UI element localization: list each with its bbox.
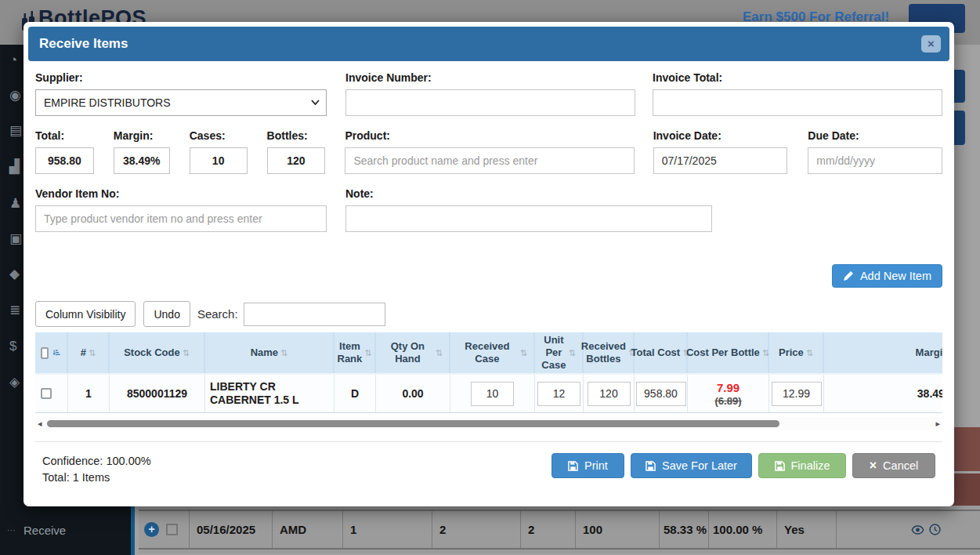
col-header-num[interactable]: #⇅	[68, 332, 110, 373]
sort-amount-icon[interactable]	[53, 347, 60, 358]
col-header-received-case[interactable]: Received Case⇅	[450, 332, 535, 373]
horizontal-scrollbar: ◂ ▸	[35, 417, 942, 430]
row-checkbox[interactable]	[41, 388, 52, 399]
invoice-total-input[interactable]	[653, 89, 942, 116]
bg-cell-value: 100	[576, 511, 660, 548]
bg-cell-value: 2	[521, 511, 576, 548]
table-header-row: #⇅ Stock Code⇅ Name⇅ Item Rank⇅ Qty On H…	[35, 332, 942, 373]
items-table: #⇅ Stock Code⇅ Name⇅ Item Rank⇅ Qty On H…	[35, 332, 942, 413]
save-for-later-label: Save For Later	[662, 459, 737, 472]
note-input[interactable]	[345, 205, 712, 232]
modal-title: Receive Items	[39, 36, 128, 52]
sort-icon: ⇅	[364, 346, 371, 359]
history-clock-icon[interactable]	[929, 524, 941, 535]
col-header-stock-code[interactable]: Stock Code⇅	[110, 332, 205, 373]
modal-header: Receive Items ×	[28, 27, 949, 61]
modal-body: Supplier: EMPIRE DISTRIBUTORS Invoice Nu…	[28, 61, 949, 486]
invoice-number-label: Invoice Number:	[345, 71, 635, 84]
select-all-checkbox[interactable]	[41, 347, 49, 359]
bg-cell-supplier: AMD	[273, 511, 343, 548]
total-label: Total:	[35, 129, 94, 142]
cancel-label: Cancel	[883, 459, 918, 472]
background-row-partial	[139, 506, 980, 511]
cancel-x-icon: ×	[870, 459, 877, 472]
print-button[interactable]: Print	[551, 453, 624, 478]
finalize-button[interactable]: Finalize	[758, 453, 846, 478]
receive-items-modal: Receive Items × Supplier: EMPIRE DISTRIB…	[24, 22, 954, 506]
cell-margin: 38.49 %	[824, 375, 942, 412]
bottles-label: Bottles:	[267, 129, 326, 142]
background-table-row: + 05/16/2025 AMD 1 2 2 100 58.33 % 100.0…	[139, 511, 980, 550]
sort-icon: ⇅	[280, 346, 287, 359]
finalize-label: Finalize	[791, 459, 830, 472]
due-date-label: Due Date:	[808, 129, 942, 142]
cancel-button[interactable]: × Cancel	[852, 453, 935, 478]
invoice-number-input[interactable]	[345, 89, 635, 116]
cell-cost-per-bottle: 7.99 (6.89)	[688, 375, 769, 412]
supplier-select-wrap: EMPIRE DISTRIBUTORS	[35, 89, 327, 116]
scrollbar-thumb[interactable]	[47, 420, 779, 427]
cell-stock-code: 8500001129	[110, 375, 205, 412]
received-case-input[interactable]	[471, 382, 514, 406]
add-new-item-label: Add New Item	[860, 270, 931, 282]
cell-name: LIBERTY CR CABERNET 1.5 L	[205, 375, 335, 412]
sort-icon: ⇅	[183, 346, 190, 359]
cost-per-bottle-previous: (6.89)	[715, 395, 742, 407]
invoice-date-input[interactable]	[653, 147, 788, 174]
supplier-label: Supplier:	[35, 71, 327, 84]
total-cost-input[interactable]	[636, 382, 686, 406]
col-header-margin[interactable]: Margin⇅	[824, 332, 942, 373]
submenu-dots-icon: ⋯	[7, 525, 16, 535]
col-header-item-rank[interactable]: Item Rank⇅	[335, 332, 376, 373]
bottles-value: 120	[267, 147, 326, 174]
save-for-later-button[interactable]: Save For Later	[631, 453, 752, 478]
row-checkbox[interactable]	[166, 524, 178, 535]
save-icon	[775, 461, 785, 471]
sort-icon: ⇅	[569, 346, 576, 359]
close-icon[interactable]: ×	[921, 35, 941, 53]
unit-per-case-input[interactable]	[537, 382, 580, 406]
vendor-item-input[interactable]	[35, 205, 327, 232]
bg-cell-percent: 100.00 %	[709, 511, 777, 548]
product-label: Product:	[345, 129, 634, 142]
bg-cell-value: 1	[343, 511, 432, 548]
add-new-item-button[interactable]: Add New Item	[832, 264, 942, 288]
vendor-item-label: Vendor Item No:	[35, 187, 327, 200]
col-header-total-cost[interactable]: Total Cost⇅	[635, 332, 688, 373]
col-header-qty-on-hand[interactable]: Qty On Hand⇅	[376, 332, 450, 373]
sort-icon: ⇅	[762, 346, 769, 359]
bg-cell-date: 05/16/2025	[190, 511, 273, 548]
col-header-name[interactable]: Name⇅	[205, 332, 335, 373]
cases-value: 10	[190, 147, 248, 174]
due-date-input[interactable]	[808, 147, 942, 174]
select-all-header	[35, 332, 68, 373]
col-header-cost-per-bottle[interactable]: Cost Per Bottle⇅	[688, 332, 769, 373]
supplier-select[interactable]: EMPIRE DISTRIBUTORS	[35, 89, 327, 116]
price-input[interactable]	[772, 382, 822, 406]
background-table: + 05/16/2025 AMD 1 2 2 100 58.33 % 100.0…	[139, 506, 980, 553]
sidebar-item-receive[interactable]: Receive	[24, 524, 66, 537]
invoice-total-label: Invoice Total:	[653, 71, 942, 84]
col-header-received-bottles[interactable]: Received Bottles⇅	[584, 332, 635, 373]
search-input[interactable]	[244, 303, 385, 326]
scroll-left-icon[interactable]: ◂	[38, 419, 42, 429]
undo-button[interactable]: Undo	[143, 301, 190, 327]
scroll-right-icon[interactable]: ▸	[935, 419, 940, 429]
expand-row-icon[interactable]: +	[144, 522, 159, 537]
sort-icon: ⇅	[89, 346, 96, 359]
note-label: Note:	[345, 187, 712, 200]
col-header-unit-per-case[interactable]: Unit Per Case⇅	[535, 332, 584, 373]
save-icon	[568, 461, 578, 471]
sort-icon: ⇅	[520, 346, 527, 359]
cell-num: 1	[68, 375, 110, 412]
product-search-input[interactable]	[345, 147, 634, 174]
view-eye-icon[interactable]	[911, 525, 924, 535]
bg-cell-value: 2	[432, 511, 521, 548]
received-bottles-input[interactable]	[588, 382, 631, 406]
col-header-price[interactable]: Price⇅	[769, 332, 824, 373]
modal-footer: Confidence: 100.00% Total: 1 Items Print	[35, 441, 942, 486]
bg-cell-percent: 58.33 %	[660, 511, 709, 548]
column-visibility-button[interactable]: Column Visibility	[35, 301, 136, 327]
print-label: Print	[584, 459, 608, 472]
background-row-partial	[139, 550, 980, 553]
